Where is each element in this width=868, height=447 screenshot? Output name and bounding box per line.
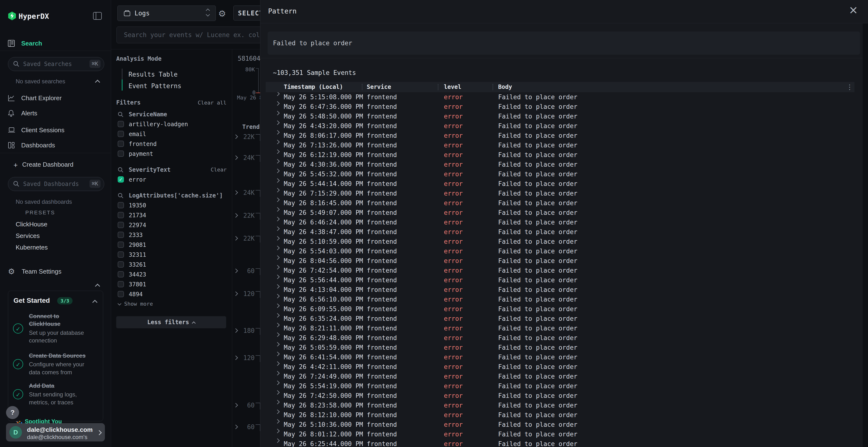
table-row[interactable]: May 26 6:25:44.000 PMfrontenderrorFailed…	[266, 439, 855, 447]
source-select[interactable]: Logs	[117, 5, 216, 21]
sidebar-item-chart-explorer[interactable]: Chart Explorer	[0, 93, 111, 103]
row-expand-chevron-icon[interactable]	[275, 140, 279, 144]
checkbox[interactable]	[118, 291, 124, 297]
table-row[interactable]: May 26 6:35:24.000 PMfrontenderrorFailed…	[266, 314, 855, 323]
column-separator[interactable]	[493, 84, 493, 90]
filter-option[interactable]: 29081	[116, 240, 227, 250]
column-separator[interactable]	[362, 84, 362, 90]
checkbox[interactable]	[118, 141, 124, 147]
filter-option[interactable]: 19350	[116, 200, 227, 210]
row-expand-chevron-icon[interactable]	[275, 361, 279, 366]
row-expand-chevron-icon[interactable]	[275, 390, 279, 394]
table-options-kebab-icon[interactable]: ⋮	[846, 82, 853, 92]
chevron-up-icon[interactable]	[95, 80, 100, 85]
row-expand-chevron-icon[interactable]	[275, 429, 279, 433]
filter-option[interactable]: payment	[116, 149, 227, 159]
table-row[interactable]: May 26 8:12:10.000 PMfrontenderrorFailed…	[266, 410, 855, 420]
table-row[interactable]: May 26 8:23:58.000 PMfrontenderrorFailed…	[266, 401, 855, 410]
row-expand-chevron-icon[interactable]	[275, 169, 279, 173]
row-expand-chevron-icon[interactable]	[275, 130, 279, 134]
filter-option[interactable]: 33261	[116, 260, 227, 270]
preset-item-clickhouse[interactable]: ClickHouse	[16, 220, 48, 228]
preset-item-services[interactable]: Services	[16, 232, 40, 240]
scrollbar-track[interactable]	[863, 23, 868, 447]
checkbox[interactable]	[118, 150, 124, 157]
saved-dashboards-input[interactable]: Saved Dashboards ⌘K	[8, 177, 104, 191]
mode-results-table[interactable]: Results Table	[128, 71, 178, 78]
sidebar-item-search[interactable]: Search	[0, 38, 111, 49]
row-expand-chevron-icon[interactable]	[275, 111, 279, 115]
row-expand-chevron-icon[interactable]	[275, 101, 279, 105]
row-expand-chevron-icon[interactable]	[275, 294, 279, 298]
row-expand-chevron-icon[interactable]	[275, 159, 279, 163]
collapse-sidebar-icon[interactable]	[93, 12, 102, 20]
row-expand-chevron-icon[interactable]	[275, 207, 279, 211]
table-row[interactable]: May 26 5:10:36.000 PMfrontenderrorFailed…	[266, 420, 855, 429]
table-row[interactable]: May 26 8:06:17.000 PMfrontenderrorFailed…	[266, 131, 855, 140]
row-expand-chevron-icon[interactable]	[275, 419, 279, 423]
table-row[interactable]: May 26 5:10:59.000 PMfrontenderrorFailed…	[266, 237, 855, 246]
checkbox[interactable]	[118, 261, 124, 268]
table-row[interactable]: May 26 5:54:03.000 PMfrontenderrorFailed…	[266, 246, 855, 256]
table-row[interactable]: May 26 5:15:08.000 PMfrontenderrorFailed…	[266, 92, 855, 102]
sidebar-item-client-sessions[interactable]: Client Sessions	[0, 125, 111, 135]
table-row[interactable]: May 26 6:47:36.000 PMfrontenderrorFailed…	[266, 102, 855, 111]
sidebar-item-team-settings[interactable]: ⚙ Team Settings	[0, 266, 111, 277]
create-dashboard-button[interactable]: + Create Dashboard	[0, 159, 111, 170]
checkbox[interactable]	[118, 232, 124, 238]
close-icon[interactable]: ×	[849, 3, 858, 16]
table-row[interactable]: May 26 7:24:49.000 PMfrontenderrorFailed…	[266, 372, 855, 381]
table-row[interactable]: May 26 6:29:48.000 PMfrontenderrorFailed…	[266, 333, 855, 343]
chevron-up-icon[interactable]	[95, 284, 100, 289]
table-row[interactable]: May 26 5:54:19.000 PMfrontenderrorFailed…	[266, 381, 855, 391]
col-level[interactable]: level	[444, 82, 461, 92]
row-expand-chevron-icon[interactable]	[275, 332, 279, 337]
checkbox[interactable]	[118, 131, 124, 137]
table-row[interactable]: May 26 8:04:56.000 PMfrontenderrorFailed…	[266, 256, 855, 266]
table-row[interactable]: May 26 6:56:10.000 PMfrontenderrorFailed…	[266, 295, 855, 304]
filter-option[interactable]: 21734	[116, 210, 227, 220]
table-row[interactable]: May 26 7:42:50.000 PMfrontenderrorFailed…	[266, 391, 855, 401]
table-row[interactable]: May 26 5:49:07.000 PMfrontenderrorFailed…	[266, 208, 855, 217]
row-expand-chevron-icon[interactable]	[275, 342, 279, 346]
row-expand-chevron-icon[interactable]	[275, 198, 279, 202]
table-row[interactable]: May 26 5:56:44.000 PMfrontenderrorFailed…	[266, 275, 855, 285]
filter-option[interactable]: email	[116, 129, 227, 139]
table-row[interactable]: May 26 5:45:32.000 PMfrontenderrorFailed…	[266, 169, 855, 179]
source-settings-gear-icon[interactable]: ⚙	[218, 9, 226, 19]
row-expand-chevron-icon[interactable]	[275, 438, 279, 443]
table-row[interactable]: May 26 4:13:04.000 PMfrontenderrorFailed…	[266, 285, 855, 295]
checkbox[interactable]	[118, 271, 124, 277]
clear-all-button[interactable]: Clear all	[198, 100, 226, 106]
sidebar-item-alerts[interactable]: Alerts	[0, 108, 111, 118]
row-expand-chevron-icon[interactable]	[275, 275, 279, 279]
row-expand-chevron-icon[interactable]	[275, 304, 279, 308]
filter-option[interactable]: 22974	[116, 220, 227, 230]
col-body[interactable]: Body	[498, 82, 512, 92]
row-expand-chevron-icon[interactable]	[275, 188, 279, 192]
row-expand-chevron-icon[interactable]	[275, 121, 279, 125]
filter-option[interactable]: 2333	[116, 230, 227, 240]
table-row[interactable]: May 26 7:42:54.000 PMfrontenderrorFailed…	[266, 266, 855, 275]
table-row[interactable]: May 26 5:44:14.000 PMfrontenderrorFailed…	[266, 179, 855, 188]
help-button[interactable]: ?	[6, 406, 19, 419]
chevron-up-icon[interactable]	[92, 300, 97, 305]
preset-item-kubernetes[interactable]: Kubernetes	[16, 244, 48, 251]
checkbox[interactable]	[118, 281, 124, 287]
row-expand-chevron-icon[interactable]	[275, 352, 279, 356]
row-expand-chevron-icon[interactable]	[275, 217, 279, 221]
user-menu[interactable]: D dale@clickhouse.com dale@clickhouse.co…	[6, 423, 105, 442]
get-started-item[interactable]: ✓Create Data SourcesConfigure where your…	[13, 352, 97, 376]
row-expand-chevron-icon[interactable]	[275, 255, 279, 260]
checkbox[interactable]	[118, 121, 124, 127]
row-expand-chevron-icon[interactable]	[275, 246, 279, 250]
row-expand-chevron-icon[interactable]	[275, 313, 279, 317]
row-expand-chevron-icon[interactable]	[275, 381, 279, 385]
table-row[interactable]: May 26 8:16:45.000 PMfrontenderrorFailed…	[266, 198, 855, 208]
col-service[interactable]: Service	[367, 82, 391, 92]
col-timestamp[interactable]: Timestamp (Local)	[284, 82, 343, 92]
table-row[interactable]: May 26 6:46:24.000 PMfrontenderrorFailed…	[266, 217, 855, 227]
table-row[interactable]: May 26 4:42:11.000 PMfrontenderrorFailed…	[266, 362, 855, 372]
row-expand-chevron-icon[interactable]	[275, 265, 279, 269]
row-expand-chevron-icon[interactable]	[275, 284, 279, 288]
